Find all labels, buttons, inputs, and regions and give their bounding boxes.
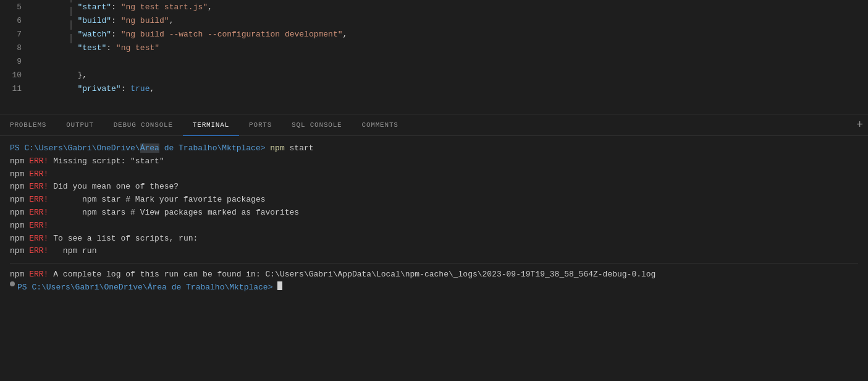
tab-label: DEBUG CONSOLE [114, 121, 173, 129]
terminal-line: npm ERR! npm star # Mark your favorite p… [10, 194, 858, 207]
code-editor: 5 "start": "ng test start.js", 6 "build"… [0, 0, 868, 114]
terminal-prompt-line: PS C:\Users\Gabri\OneDrive\Área de Traba… [10, 142, 858, 155]
command-args: start [285, 142, 314, 155]
terminal-line: npm ERR! To see a list of scripts, run: [10, 233, 858, 246]
terminal-panel[interactable]: PS C:\Users\Gabri\OneDrive\Área de Traba… [0, 136, 868, 381]
tab-sql-console[interactable]: SQL CONSOLE [282, 114, 352, 136]
tab-ports[interactable]: PORTS [239, 114, 282, 136]
terminal-line: npm ERR! Missing script: "start" [10, 155, 858, 168]
line-number: 10 [0, 71, 34, 80]
tab-label: COMMENTS [362, 121, 398, 129]
line-number: 11 [0, 84, 34, 93]
line-number: 8 [0, 43, 34, 53]
terminal-log-line: npm ERR! A complete log of this run can … [10, 268, 858, 281]
line-content: "private": true, [34, 66, 154, 112]
tab-label: PORTS [249, 121, 272, 129]
terminal-line: npm ERR! npm stars # View packages marke… [10, 207, 858, 220]
code-line-11: 11 "private": true, [0, 82, 868, 95]
tab-label: SQL CONSOLE [292, 121, 342, 129]
command-npm: npm [270, 142, 284, 155]
terminal-line: npm ERR! npm run [10, 245, 858, 258]
prompt-path: PS C:\Users\Gabri\OneDrive\Área de Traba… [10, 142, 266, 155]
tab-problems[interactable]: PROBLEMS [0, 114, 56, 136]
terminal-line: npm ERR! Did you mean one of these? [10, 181, 858, 194]
line-number: 6 [0, 16, 34, 25]
line-number: 9 [0, 57, 34, 66]
terminal-line: npm ERR! [10, 220, 858, 233]
panel-tab-bar: PROBLEMS OUTPUT DEBUG CONSOLE TERMINAL P… [0, 114, 868, 136]
add-terminal-button[interactable]: + [856, 119, 868, 131]
tab-label: OUTPUT [66, 121, 93, 129]
code-line-8: 8 "test": "ng test" [0, 41, 868, 54]
tab-output[interactable]: OUTPUT [56, 114, 103, 136]
line-number: 7 [0, 30, 34, 39]
prompt-indicator [10, 281, 15, 286]
tab-label: TERMINAL [193, 121, 229, 129]
tab-debug-console[interactable]: DEBUG CONSOLE [104, 114, 183, 136]
tab-terminal[interactable]: TERMINAL [183, 114, 239, 136]
terminal-line: npm ERR! [10, 168, 858, 181]
tab-comments[interactable]: COMMENTS [352, 114, 408, 136]
terminal-cursor [277, 281, 282, 290]
terminal-separator [10, 263, 858, 263]
terminal-final-prompt: PS C:\Users\Gabri\OneDrive\Área de Traba… [10, 281, 858, 294]
tab-label: PROBLEMS [10, 121, 46, 129]
line-number: 5 [0, 2, 34, 12]
final-prompt-path: PS C:\Users\Gabri\OneDrive\Área de Traba… [17, 281, 272, 294]
